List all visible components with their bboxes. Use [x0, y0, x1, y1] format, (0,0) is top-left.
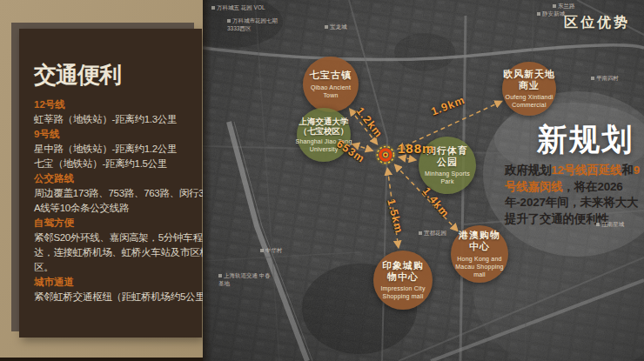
map-annotations: 区位优势 新规划 政府规划12号线西延线和9号线嘉闵线，将在2026年-2027… [203, 0, 644, 361]
distance-label: 188m [398, 141, 434, 156]
map-marker-oufeng: 欧风新天地商业Oufeng XintiandiCommercial [502, 62, 556, 116]
marker-label-en: Hong Kong and [457, 255, 501, 263]
marker-label-cn: 中心 [469, 241, 490, 252]
sidebar-section-line: A线等10余条公交线路 [34, 201, 197, 216]
distance-label: 1.2km [353, 105, 385, 140]
sidebar-section-line: 七宝（地铁站）-距离约1.5公里 [34, 157, 197, 171]
marker-label-cn: 港澳购物 [459, 230, 500, 241]
map-place-label: 宝龙城 [325, 23, 347, 31]
plan-text-segment: 政府规划 [505, 164, 551, 177]
map-place-label: 平南四村 [591, 75, 619, 83]
corner-tag: 区位优势 [564, 14, 630, 32]
sidebar-section-line: 紧邻S20外环线、嘉闵高架，5分钟车程可 [34, 231, 197, 245]
sidebar-section-line: 星中路（地铁站）-距离约1.2公里 [34, 142, 197, 157]
marker-label-cn: 欧风新天地 [503, 69, 555, 80]
marker-label-en: Qibao Ancient [311, 84, 351, 91]
map-place-label: 宜都花园 [419, 230, 446, 237]
sidebar-section-line: 达，连接虹桥机场、虹桥火车站及市区核心 [34, 245, 197, 260]
plan-text-segment: 和 [621, 164, 633, 177]
marker-label-en: Oufeng Xintiandi [506, 93, 553, 101]
sidebar-section-line: 区。 [34, 260, 197, 275]
sidebar-section-heading-0: 12号线 [34, 97, 197, 112]
sidebar-section-line: 虹莘路（地铁站）-距离约1.3公里 [34, 112, 197, 127]
new-plan-text: 政府规划12号线西延线和9号线嘉闵线，将在2026年-2027年间，未来将大大提… [505, 163, 642, 227]
map-place-label: 上海轨道交通 中春基地 [218, 272, 276, 288]
map-place-label: 江南星城 [596, 221, 624, 229]
distance-label: 1.9km [429, 94, 466, 118]
marker-label-cn: 公园 [437, 157, 458, 168]
map-marker-impression-city: 印象城购物中心Impression CityShopping mall [373, 251, 433, 310]
bottom-strip [0, 358, 203, 361]
marker-label-cn: 印象城购 [382, 260, 424, 271]
marker-label-en: mall [473, 271, 486, 278]
map-marker-hk-macau: 港澳购物中心Hong Kong andMacau Shoppingmall [451, 225, 508, 283]
map-marker-qibao: 七宝古镇Qibao AncientTown [303, 57, 359, 112]
sidebar-sections: 12号线虹莘路（地铁站）-距离约1.3公里9号线星中路（地铁站）-距离约1.2公… [34, 97, 197, 304]
marker-label-en: Commercial [512, 101, 546, 109]
marker-label-en: Macau Shopping [455, 263, 503, 271]
map-place-label: 中华村 [260, 247, 283, 255]
marker-label-cn: （七宝校区） [299, 126, 349, 136]
map-place-label: 东兰路 [553, 3, 575, 10]
marker-label-cn: 物中心 [387, 271, 419, 283]
sidebar-section-line: 紧邻虹桥交通枢纽（距虹桥机场约5公里） [34, 290, 197, 304]
marker-label-en: Town [323, 91, 338, 99]
marker-label-cn: 七宝古镇 [310, 70, 352, 81]
marker-label-en: Impression City [380, 284, 425, 292]
marker-label-en: Minhang Sports [425, 170, 470, 177]
sidebar-section-heading-3: 自驾方便 [34, 216, 197, 231]
sidebar-section-heading-2: 公交路线 [34, 171, 197, 186]
distance-label: 1.5km [385, 197, 405, 235]
sidebar-title: 交通便利 [34, 60, 197, 90]
plan-text-segment: 12号线西延线 [551, 164, 621, 177]
marker-label-cn: 上海交通大学 [299, 117, 349, 126]
map-place-label: 静安新城 [537, 10, 565, 18]
new-plan-title: 新规划 [537, 119, 634, 160]
marker-label-en: Shopping mall [383, 292, 424, 300]
marker-label-en: Park [440, 177, 453, 185]
marker-label-cn: 商业 [519, 80, 540, 91]
sidebar-section-line: 周边覆盖173路、753路、763路、闵行33路 [34, 186, 197, 201]
sidebar-section-heading-1: 9号线 [34, 127, 197, 142]
sidebar-panel: 交通便利 12号线虹莘路（地铁站）-距离约1.3公里9号线星中路（地铁站）-距离… [19, 29, 202, 338]
map-place-label: 万科城市花园七期 3333西区 [227, 17, 285, 33]
sidebar-section-heading-4: 城市通道 [34, 275, 197, 290]
slide: 交通便利 12号线虹莘路（地铁站）-距离约1.3公里9号线星中路（地铁站）-距离… [0, 0, 644, 361]
map-image: 区位优势 新规划 政府规划12号线西延线和9号线嘉闵线，将在2026年-2027… [203, 0, 644, 361]
map-place-label: 万科城五 花园 VOL [211, 4, 265, 12]
